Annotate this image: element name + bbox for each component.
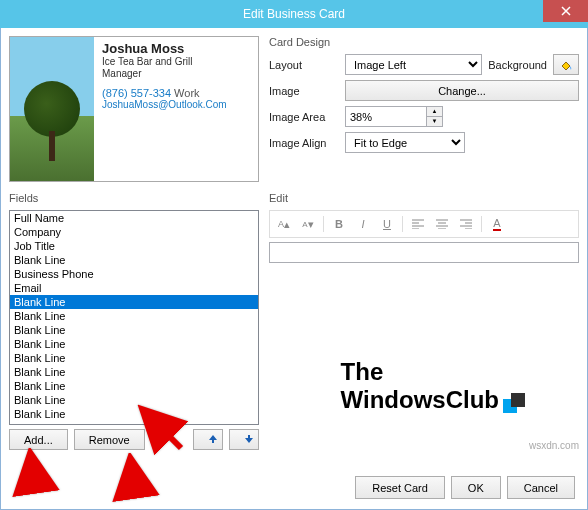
field-item[interactable]: Blank Line [10,407,258,421]
font-color-button[interactable]: A [486,214,508,234]
font-decrease-button[interactable]: A▾ [297,214,319,234]
spinner-up[interactable]: ▲ [426,107,442,117]
window-title: Edit Business Card [243,7,345,21]
change-image-button[interactable]: Change... [345,80,579,101]
image-area-label: Image Area [269,111,339,123]
titlebar: Edit Business Card [0,0,588,28]
dialog-buttons: Reset Card OK Cancel [355,476,575,499]
fields-section: Fields Full NameCompanyJob TitleBlank Li… [9,192,259,450]
image-area-spinner[interactable]: ▲ ▼ [345,106,443,127]
field-item[interactable]: Blank Line [10,393,258,407]
edit-label: Edit [269,192,579,204]
preview-email: JoshuaMoss@Outlook.Com [102,99,250,110]
paint-bucket-icon [558,58,574,72]
move-down-button[interactable] [229,429,259,450]
fields-label: Fields [9,192,259,204]
annotation-arrow [111,453,161,503]
watermark: wsxdn.com [529,440,579,451]
layout-label: Layout [269,59,339,71]
layout-select[interactable]: Image Left [345,54,482,75]
image-area-input[interactable] [346,107,426,126]
image-align-label: Image Align [269,137,339,149]
underline-button[interactable]: U [376,214,398,234]
field-item[interactable]: Blank Line [10,365,258,379]
cancel-button[interactable]: Cancel [507,476,575,499]
field-item[interactable]: Job Title [10,239,258,253]
card-design-section: Card Design Layout Image Left Background… [269,36,579,182]
field-item[interactable]: Blank Line [10,295,258,309]
move-up-button[interactable] [193,429,223,450]
field-item[interactable]: Blank Line [10,351,258,365]
arrow-up-icon [208,434,218,444]
spinner-down[interactable]: ▼ [426,117,442,127]
card-preview: Joshua Moss Ice Tea Bar and Grill Manage… [9,36,259,182]
field-item[interactable]: Email [10,281,258,295]
field-item[interactable]: Blank Line [10,337,258,351]
align-left-icon [412,219,424,229]
align-right-button[interactable] [455,214,477,234]
dialog-body: Joshua Moss Ice Tea Bar and Grill Manage… [0,28,588,510]
ok-button[interactable]: OK [451,476,501,499]
add-field-button[interactable]: Add... [9,429,68,450]
card-image [10,37,94,181]
preview-name: Joshua Moss [102,41,250,56]
field-item[interactable]: Full Name [10,211,258,225]
bold-button[interactable]: B [328,214,350,234]
field-item[interactable]: Blank Line [10,421,258,425]
preview-company: Ice Tea Bar and Grill [102,56,250,68]
fields-listbox[interactable]: Full NameCompanyJob TitleBlank LineBusin… [9,210,259,425]
italic-button[interactable]: I [352,214,374,234]
align-right-icon [460,219,472,229]
align-center-icon [436,219,448,229]
field-item[interactable]: Blank Line [10,379,258,393]
preview-phone: (876) 557-334Work [102,87,250,99]
close-button[interactable] [543,0,588,22]
remove-field-button[interactable]: Remove [74,429,145,450]
arrow-down-icon [244,434,254,444]
edit-text-input[interactable] [269,242,579,263]
preview-jobtitle: Manager [102,68,250,79]
align-center-button[interactable] [431,214,453,234]
field-item[interactable]: Blank Line [10,323,258,337]
image-align-select[interactable]: Fit to Edge [345,132,465,153]
close-icon [561,6,571,16]
annotation-arrow [11,448,61,498]
image-label: Image [269,85,339,97]
design-label: Card Design [269,36,579,48]
field-item[interactable]: Business Phone [10,267,258,281]
background-label: Background [488,59,547,71]
windowsclub-logo: The WindowsClub [341,358,527,417]
field-item[interactable]: Company [10,225,258,239]
edit-toolbar: A▴ A▾ B I U A [269,210,579,238]
align-left-button[interactable] [407,214,429,234]
reset-card-button[interactable]: Reset Card [355,476,445,499]
background-button[interactable] [553,54,579,75]
font-increase-button[interactable]: A▴ [273,214,295,234]
field-item[interactable]: Blank Line [10,309,258,323]
field-item[interactable]: Blank Line [10,253,258,267]
